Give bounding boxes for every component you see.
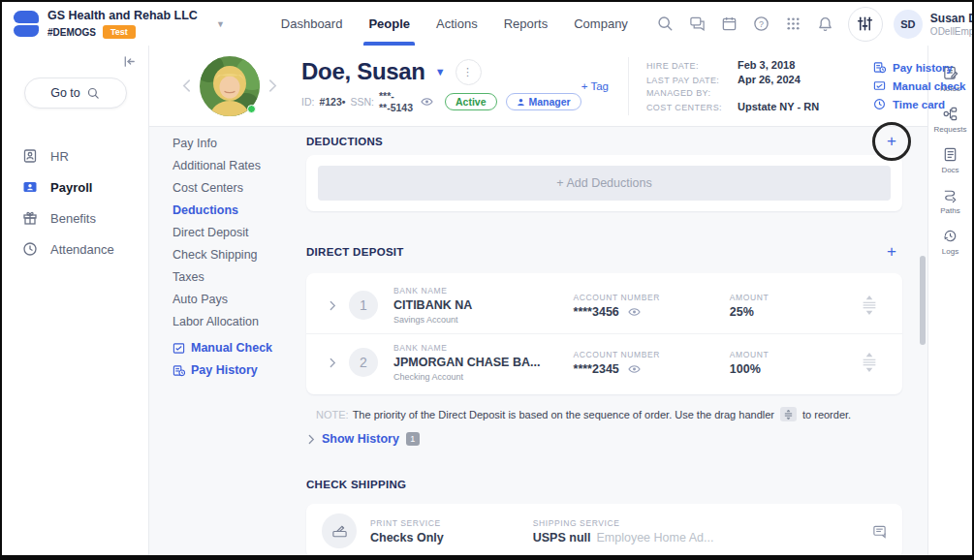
pay-history-icon [873, 61, 886, 74]
history-count-badge: 1 [406, 432, 420, 446]
time-card-link[interactable]: Time card [873, 98, 965, 110]
shipping-service-label: SHIPPING SERVICE [533, 518, 714, 528]
show-history-toggle[interactable]: Show History 1 [308, 432, 902, 446]
tool-docs[interactable]: Docs [928, 140, 972, 180]
main-nav: Dashboard People Actions Reports Company [281, 2, 628, 46]
drag-handle-icon[interactable] [842, 353, 896, 372]
id-label: ID: [301, 96, 314, 108]
reveal-account-eye-icon[interactable] [628, 307, 641, 317]
user-name: Susan Doe [930, 12, 974, 26]
sidebar-item-attendance[interactable]: Attendance [2, 233, 148, 264]
expand-row-icon[interactable] [316, 358, 349, 368]
add-deductions-button[interactable]: + Add Deductions [318, 166, 891, 201]
expand-row-icon[interactable] [316, 300, 349, 311]
account-number-value: ****3456 [574, 305, 619, 319]
user-menu[interactable]: SD Susan Doe ODellEmpeon30@gmail.co ▼ [894, 10, 960, 39]
subnav-direct-deposit[interactable]: Direct Deposit [173, 221, 304, 243]
pay-history-link[interactable]: Pay history [873, 61, 965, 74]
nav-people[interactable]: People [368, 2, 410, 46]
add-deduction-plus-button[interactable]: + [881, 131, 902, 152]
app-window: GS Health and Rehab LLC #DEMOGS Test ▼ D… [0, 0, 974, 560]
drag-handle-icon [780, 407, 797, 421]
search-icon[interactable] [657, 16, 674, 32]
field-label: LAST PAY DATE: [646, 76, 738, 85]
pay-history-subnav-link[interactable]: Pay History [173, 363, 304, 377]
company-switcher[interactable]: GS Health and Rehab LLC #DEMOGS Test ▼ [14, 9, 225, 40]
tool-paths[interactable]: Paths [928, 180, 972, 221]
comment-icon[interactable] [872, 524, 887, 539]
help-icon[interactable]: ? [753, 16, 770, 32]
next-employee-icon[interactable] [268, 78, 277, 93]
nav-actions[interactable]: Actions [436, 2, 478, 46]
subnav-deductions[interactable]: Deductions [173, 199, 304, 221]
account-number-label: ACCOUNT NUMBER [574, 350, 730, 359]
subnav-pay-info[interactable]: Pay Info [173, 132, 304, 154]
nav-company[interactable]: Company [574, 2, 628, 46]
account-type: Savings Account [393, 315, 574, 325]
clock-icon [22, 241, 38, 257]
manager-badge[interactable]: Manager [506, 93, 581, 110]
docs-icon [942, 146, 958, 163]
chevron-down-icon[interactable]: ▼ [216, 19, 225, 29]
subnav-labor-allocation[interactable]: Labor Allocation [173, 310, 304, 332]
priority-number: 2 [349, 348, 378, 377]
pay-history-icon [173, 364, 185, 377]
manual-check-subnav-link[interactable]: Manual Check [173, 341, 304, 355]
sidebar-item-label: Attendance [50, 242, 114, 257]
payroll-card-icon [22, 179, 38, 195]
deductions-section: DEDUCTIONS + + Add Deductions [306, 127, 902, 211]
logs-history-icon [942, 228, 958, 244]
tool-logs[interactable]: Logs [928, 221, 972, 262]
collapse-sidebar-icon[interactable] [122, 54, 137, 73]
cost-centers-value: Upstate NY - RN [738, 101, 819, 112]
vertical-scrollbar[interactable] [920, 256, 926, 345]
notifications-bell-icon[interactable] [817, 16, 833, 32]
check-shipping-title: CHECK SHIPPING [306, 479, 406, 490]
main-content: DEDUCTIONS + + Add Deductions DIRECT DE [304, 127, 927, 555]
empeon-logo [14, 11, 39, 37]
messages-icon[interactable] [689, 16, 706, 32]
subnav-additional-rates[interactable]: Additional Rates [173, 154, 304, 176]
status-badge[interactable]: Active [445, 93, 497, 110]
subnav-link-label: Pay History [191, 363, 258, 377]
direct-deposit-title: DIRECT DEPOSIT [306, 246, 404, 258]
drag-handle-icon[interactable] [842, 296, 896, 315]
apps-grid-icon[interactable] [785, 16, 801, 32]
sidebar-item-benefits[interactable]: Benefits [2, 202, 148, 233]
subnav-taxes[interactable]: Taxes [173, 265, 304, 288]
show-history-link[interactable]: Show History [322, 432, 399, 446]
manual-check-link[interactable]: Manual check [873, 79, 965, 92]
check-shipping-section: CHECK SHIPPING PRINT SERVICE Checks Only [306, 470, 902, 558]
employee-id: #123• [319, 96, 345, 108]
nav-dashboard[interactable]: Dashboard [281, 2, 343, 46]
account-number-value: ****2345 [574, 362, 619, 376]
account-cell: ACCOUNT NUMBER ****2345 [574, 350, 730, 376]
nav-reports[interactable]: Reports [504, 2, 549, 46]
subnav-auto-pays[interactable]: Auto Pays [173, 288, 304, 310]
last-pay-date-value: Apr 26, 2024 [738, 74, 801, 85]
bank-name-value: CITIBANK NA [393, 298, 574, 312]
sidebar-item-hr[interactable]: HR [2, 140, 148, 171]
field-label: HIRE DATE: [646, 61, 738, 71]
subnav-cost-centers[interactable]: Cost Centers [173, 176, 304, 199]
subnav-check-shipping[interactable]: Check Shipping [173, 243, 304, 265]
calendar-icon[interactable] [721, 16, 738, 32]
employee-ssn: ***-**-5143 [379, 90, 413, 113]
chevron-down-icon[interactable]: ▼ [435, 66, 446, 78]
amount-cell: AMOUNT 25% [730, 293, 842, 319]
sidebar-item-payroll[interactable]: Payroll [2, 171, 148, 202]
employee-name[interactable]: Doe, Susan [301, 58, 425, 85]
quick-link-label: Pay history [893, 62, 953, 74]
bank-name-label: BANK NAME [393, 343, 574, 353]
employee-photo[interactable] [200, 56, 260, 116]
reveal-account-eye-icon[interactable] [628, 364, 641, 374]
field-label: MANAGED BY: [646, 88, 738, 98]
add-direct-deposit-plus-button[interactable]: + [881, 241, 902, 263]
add-tag-link[interactable]: + Tag [581, 80, 609, 92]
goto-search-button[interactable]: Go to [24, 78, 127, 109]
reveal-ssn-eye-icon[interactable] [421, 97, 433, 107]
quick-settings-button[interactable] [848, 7, 883, 42]
tool-label: Docs [941, 166, 958, 174]
more-actions-button[interactable]: ⋮ [456, 59, 482, 85]
previous-employee-icon[interactable] [182, 78, 191, 93]
